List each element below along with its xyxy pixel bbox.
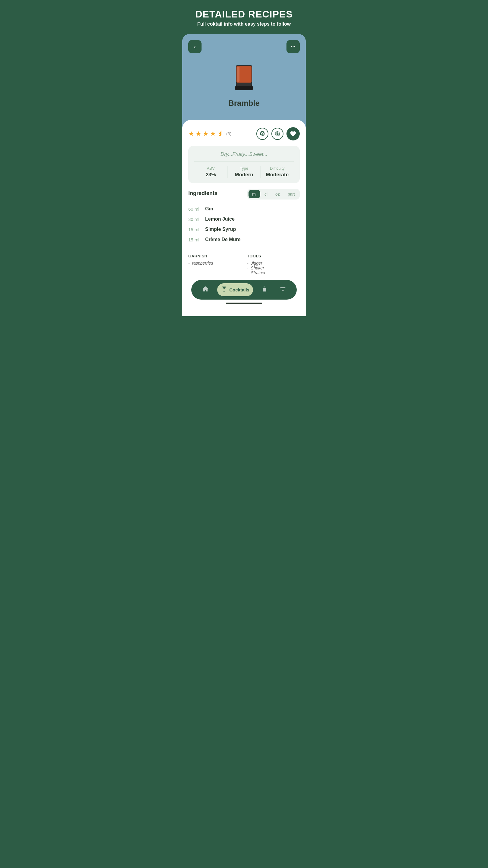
flavor-card: Dry...Fruity...Sweet... ABV 23% Type Mod… xyxy=(188,146,300,183)
abv-stat: ABV 23% xyxy=(194,166,227,178)
star-3: ★ xyxy=(203,130,209,138)
favorite-button[interactable] xyxy=(287,127,300,141)
more-icon: ··· xyxy=(291,44,295,50)
star-4: ★ xyxy=(210,130,216,138)
page-title: DETAILED RECIPES xyxy=(188,9,300,20)
bottom-nav: Cocktails xyxy=(191,280,297,300)
cocktail-nav-icon xyxy=(221,286,227,294)
abv-label: ABV xyxy=(194,166,227,170)
unit-cl-tab[interactable]: cl xyxy=(261,190,271,198)
nav-item-cocktails[interactable]: Cocktails xyxy=(217,283,253,296)
unit-ml-tab[interactable]: ml xyxy=(249,190,260,198)
list-item: 15 ml Simple Syrup xyxy=(188,224,300,235)
ingredient-amount: 15 ml xyxy=(188,227,200,232)
ingredient-name: Simple Syrup xyxy=(205,227,236,232)
garnish-item: - raspberries xyxy=(188,261,241,266)
home-icon xyxy=(202,285,209,294)
vegan-icon-badge xyxy=(256,128,268,140)
tool-item: - Jigger xyxy=(247,261,300,266)
tools-title: TOOLS xyxy=(247,254,300,258)
ingredient-amount: 60 ml xyxy=(188,207,200,212)
cocktails-nav-label: Cocktails xyxy=(229,287,250,292)
ingredient-name: Crème De Mure xyxy=(205,237,240,242)
heart-icon xyxy=(290,130,296,137)
content-card: ★ ★ ★ ★ ⯨ (3) xyxy=(182,120,306,316)
nav-item-home[interactable] xyxy=(198,283,213,297)
ingredients-section: Ingredients ml cl oz part 60 ml Gin 30 m… xyxy=(188,189,300,245)
abv-value: 23% xyxy=(194,172,227,178)
back-icon: ‹ xyxy=(194,44,196,50)
tools-section: TOOLS - Jigger - Shaker - Strainer xyxy=(247,254,300,275)
svg-rect-3 xyxy=(237,67,239,82)
list-item: 60 ml Gin xyxy=(188,204,300,214)
nav-row: ‹ ··· xyxy=(188,40,300,53)
ingredients-header: Ingredients ml cl oz part xyxy=(188,189,300,199)
garnish-tools-row: GARNISH - raspberries TOOLS - Jigger - S… xyxy=(188,251,300,275)
difficulty-label: Difficulty xyxy=(261,166,294,170)
bottom-bar xyxy=(188,300,300,309)
type-stat: Type Modern xyxy=(227,166,260,178)
filter-icon xyxy=(280,286,286,294)
flavor-divider xyxy=(194,161,294,162)
difficulty-stat: Difficulty Moderate xyxy=(261,166,294,178)
ingredient-list: 60 ml Gin 30 ml Lemon Juice 15 ml Simple… xyxy=(188,204,300,245)
rating-row: ★ ★ ★ ★ ⯨ (3) xyxy=(188,127,300,141)
unit-tabs: ml cl oz part xyxy=(247,189,300,199)
phone-card: ‹ ··· Bramble xyxy=(182,34,306,316)
list-item: 15 ml Crème De Mure xyxy=(188,235,300,245)
ingredient-name: Gin xyxy=(205,206,213,212)
tool-item: - Strainer xyxy=(247,270,300,275)
svg-rect-4 xyxy=(235,86,253,90)
ingredients-title: Ingredients xyxy=(188,190,218,198)
wheat-crossed-icon xyxy=(274,130,281,137)
more-button[interactable]: ··· xyxy=(287,40,300,53)
cocktail-glass-icon xyxy=(230,62,258,93)
page-subtitle: Full coktail info with easy steps to fol… xyxy=(188,22,300,27)
ingredient-amount: 15 ml xyxy=(188,237,200,242)
nav-item-bottle[interactable] xyxy=(258,283,271,296)
cocktail-name: Bramble xyxy=(188,98,300,111)
leaf-icon xyxy=(259,130,266,137)
home-indicator xyxy=(226,303,262,304)
type-value: Modern xyxy=(227,172,260,178)
list-item: 30 ml Lemon Juice xyxy=(188,214,300,224)
icons-section xyxy=(256,127,300,141)
stats-row: ABV 23% Type Modern Difficulty Moderate xyxy=(194,166,294,178)
garnish-section: GARNISH - raspberries xyxy=(188,254,241,275)
unit-part-tab[interactable]: part xyxy=(284,190,298,198)
tool-item: - Shaker xyxy=(247,266,300,270)
difficulty-value: Moderate xyxy=(261,172,294,178)
back-button[interactable]: ‹ xyxy=(188,40,201,53)
cocktail-image-area xyxy=(188,59,300,98)
nav-item-filter[interactable] xyxy=(276,283,290,296)
star-2: ★ xyxy=(195,130,201,138)
rating-count: (3) xyxy=(226,131,231,136)
gluten-free-icon-badge xyxy=(271,128,284,140)
bottle-icon xyxy=(261,286,268,294)
ingredient-amount: 30 ml xyxy=(188,217,200,222)
garnish-title: GARNISH xyxy=(188,254,241,258)
type-label: Type xyxy=(227,166,260,170)
star-1: ★ xyxy=(188,130,194,138)
flavor-text: Dry...Fruity...Sweet... xyxy=(194,151,294,157)
ingredient-name: Lemon Juice xyxy=(205,216,235,222)
unit-oz-tab[interactable]: oz xyxy=(272,190,284,198)
phone-header: ‹ ··· Bramble xyxy=(182,34,306,120)
stars-section: ★ ★ ★ ★ ⯨ (3) xyxy=(188,130,231,138)
star-half: ⯨ xyxy=(217,130,224,138)
